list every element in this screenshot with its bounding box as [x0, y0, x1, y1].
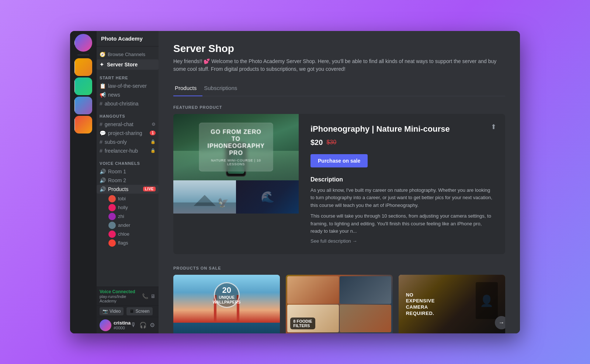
voice-connected-text: Voice Connected — [100, 289, 142, 294]
on-sale-label: PRODUCTS ON SALE — [173, 266, 505, 270]
user-avatar — [108, 222, 116, 229]
tab-subscriptions[interactable]: Subscriptions — [202, 82, 243, 96]
product-card-film-photography[interactable]: 👤 NO EXPENSIVE CAMERA REQUIRED. Full Fil… — [399, 275, 505, 333]
channel-name: project-sharing — [108, 130, 142, 136]
username: ander — [118, 222, 130, 228]
product-badge-2: 8 FOODIEFILTERS — [290, 318, 315, 329]
hash-icon: # — [100, 101, 103, 107]
voice-channel-name: play-runs/Indie Academy — [100, 294, 142, 303]
server-avatar-3[interactable] — [74, 77, 92, 95]
channel-name: Room 2 — [108, 177, 126, 183]
server-avatar-1[interactable] — [74, 34, 92, 52]
section-voice: Voice Channels — [97, 155, 159, 167]
channel-general-chat[interactable]: # general-chat ⚙ — [97, 120, 159, 129]
voice-user-flags[interactable]: flags — [107, 239, 156, 247]
channel-project-sharing[interactable]: 💬 project-sharing 1 — [97, 129, 159, 138]
settings-icon[interactable]: ⚙ — [149, 321, 156, 329]
overlay-line1: GO FROM ZERO — [208, 128, 265, 135]
voice-icon: 🔊 — [100, 177, 106, 183]
user-tag: #0000 — [114, 326, 128, 330]
channel-subs-only[interactable]: # subs-only 🔒 — [97, 138, 159, 146]
hash-icon: # — [100, 121, 103, 127]
channel-play-runs[interactable]: 🔊 Products LIVE — [97, 185, 159, 194]
server-name[interactable]: Photo Academy — [97, 31, 159, 46]
server-avatar-5[interactable] — [74, 116, 92, 134]
voice-user-tobi[interactable]: tobi — [107, 194, 156, 203]
announcement-icon: 📢 — [100, 92, 106, 98]
film-line-3: CAMERA — [406, 304, 428, 311]
description-title: Description — [310, 176, 493, 183]
channel-name: Room 1 — [108, 169, 126, 174]
separator — [77, 55, 89, 55]
camera-icon: 📷 — [103, 309, 108, 314]
voice-user-zhi[interactable]: zhi — [107, 212, 156, 221]
featured-thumb-2: 🌊 — [236, 180, 299, 214]
channel-name: law-of-the-server — [108, 83, 147, 89]
channel-news[interactable]: 📢 news — [97, 90, 159, 99]
purchase-button[interactable]: Purchase on sale — [310, 154, 368, 167]
channel-name: subs-only — [105, 139, 127, 145]
overlay-line2: TO IPHONEOGRAPHY PRO — [208, 135, 265, 156]
headset-icon[interactable]: 🎧 — [139, 321, 148, 329]
film-line-4: REQUIRED. — [406, 311, 434, 317]
channel-sidebar: Photo Academy 🧭 Browse Channels ✦ Server… — [97, 31, 159, 333]
server-avatar-4[interactable] — [74, 97, 92, 114]
channel-room1[interactable]: 🔊 Room 1 — [97, 167, 159, 176]
featured-product-name: iPhoneography | Nature Mini-course — [310, 124, 493, 134]
featured-main-image: GO FROM ZERO TO IPHONEOGRAPHY PRO NATURE… — [173, 114, 299, 180]
channel-room2[interactable]: 🔊 Room 2 — [97, 176, 159, 185]
voice-icon: 🔊 — [100, 169, 106, 174]
channel-name: news — [108, 92, 120, 98]
mic-icon[interactable]: 🎙 — [130, 321, 137, 329]
share-icon[interactable]: ⬆ — [491, 123, 496, 131]
user-info: cristina #0000 — [114, 320, 128, 330]
phone-icon[interactable]: 📞 — [142, 293, 148, 299]
featured-label: FEATURED PRODUCT — [173, 105, 505, 110]
channel-law-of-the-server[interactable]: 📋 law-of-the-server — [97, 82, 159, 90]
section-label: Hangouts — [100, 114, 125, 118]
product-badge-1: 20 UNIQUE WALLPAPERS — [214, 282, 240, 308]
video-button[interactable]: 📷 Video — [100, 307, 124, 315]
user-avatar — [108, 213, 116, 220]
film-text-overlay: NO EXPENSIVE CAMERA REQUIRED. — [399, 275, 505, 333]
products-grid: 20 UNIQUE WALLPAPERS "A Love Letter to S… — [173, 275, 505, 333]
browse-channels-item[interactable]: 🧭 Browse Channels — [97, 49, 159, 59]
voice-users-list: tobi holly zhi ander — [97, 194, 159, 248]
server-avatar-2[interactable] — [74, 58, 92, 76]
channel-name: about-christina — [105, 101, 139, 107]
film-line-1: NO — [406, 292, 414, 298]
next-arrow-button[interactable]: → — [495, 316, 505, 329]
voice-user-ander[interactable]: ander — [107, 221, 156, 230]
section-label: Voice Channels — [100, 161, 140, 166]
user-avatar — [108, 230, 116, 238]
see-full-description[interactable]: See full description → — [310, 238, 493, 244]
username: tobi — [118, 196, 126, 201]
voice-user-holly[interactable]: holly — [107, 203, 156, 212]
tab-products[interactable]: Products — [173, 82, 202, 96]
featured-info: ⬆ iPhoneography | Nature Mini-course $20… — [299, 114, 505, 254]
current-price: $20 — [310, 138, 323, 147]
user-controls: 🎙 🎧 ⚙ — [130, 321, 156, 329]
shop-tabs: Products Subscriptions — [173, 82, 505, 96]
server-store-label: Server Store — [107, 62, 138, 67]
screen-icon[interactable]: 🖥 — [150, 293, 156, 299]
channel-freelancer-hub[interactable]: # freelancer-hub 🔒 — [97, 146, 159, 155]
section-start-here: Start Here — [97, 70, 159, 82]
overlay-line3: NATURE MINI-COURSE | 10 LESSONS — [208, 159, 265, 166]
product-card-sf-wallpapers[interactable]: 20 UNIQUE WALLPAPERS "A Love Letter to S… — [173, 275, 280, 333]
live-badge: LIVE — [143, 187, 156, 191]
chat-icon: 💬 — [100, 130, 106, 136]
user-avatar — [108, 239, 116, 247]
food-item-1 — [287, 276, 339, 304]
server-store-item[interactable]: ✦ Server Store — [97, 59, 159, 70]
voice-user-chloe[interactable]: chloe — [107, 230, 156, 239]
username: holly — [118, 205, 128, 210]
section-hangouts: Hangouts — [97, 108, 159, 120]
product-thumbnail-2: 8 FOODIEFILTERS — [286, 275, 392, 333]
channel-about-christina[interactable]: # about-christina — [97, 99, 159, 108]
product-card-foodie-filters[interactable]: 8 FOODIEFILTERS Foodie Filter Pack V5 | … — [286, 275, 392, 333]
description-text-1: As you all know, I've built my career on… — [310, 187, 493, 209]
screen-share-button[interactable]: 🖥 Screen — [126, 307, 152, 315]
food-item-4 — [340, 305, 391, 332]
channel-name: Products — [108, 186, 128, 192]
